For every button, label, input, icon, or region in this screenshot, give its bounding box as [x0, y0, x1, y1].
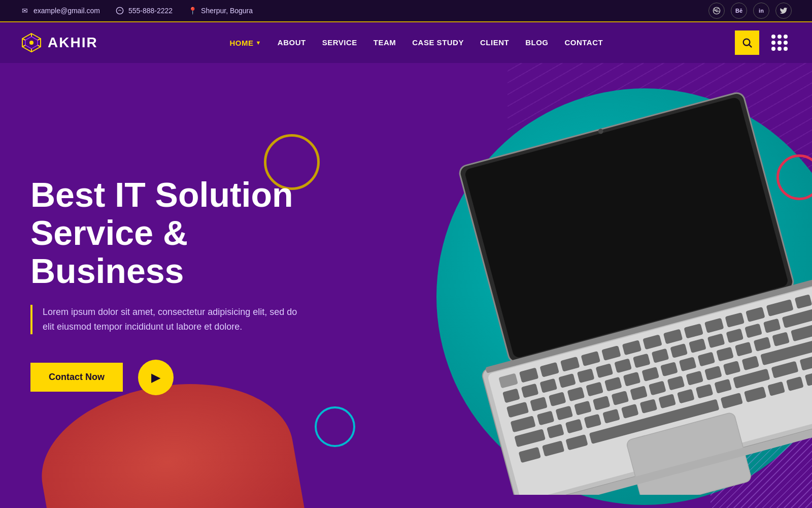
- twitter-icon[interactable]: [775, 3, 792, 19]
- dribbble-icon[interactable]: [708, 3, 725, 19]
- email-text: example@gmail.com: [33, 7, 100, 15]
- hero-section: Best IT Solution Service & Business Lore…: [0, 63, 812, 508]
- small-teal-circle-decoration: [315, 406, 355, 447]
- svg-point-12: [743, 39, 750, 46]
- hero-actions: Contact Now ▶: [30, 360, 335, 395]
- svg-line-13: [749, 45, 752, 47]
- navbar: AKHIR HOME ▼ ABOUT SERVICE TEAM CASE STU…: [0, 22, 812, 63]
- nav-link-service[interactable]: SERVICE: [322, 38, 357, 47]
- phone-text: 555-888-2222: [128, 7, 173, 15]
- nav-link-client[interactable]: CLIENT: [480, 38, 509, 47]
- grid-dots-icon: [771, 35, 788, 51]
- nav-link-about[interactable]: ABOUT: [278, 38, 306, 47]
- logo-text: AKHIR: [48, 35, 98, 51]
- logo-icon: [20, 31, 43, 54]
- location-icon: 📍: [188, 6, 197, 15]
- svg-point-5: [29, 41, 33, 45]
- nav-link-case-study[interactable]: CASE STUDY: [412, 38, 464, 47]
- hero-title: Best IT Solution Service & Business: [30, 176, 335, 290]
- nav-item-team[interactable]: TEAM: [374, 38, 396, 47]
- dropdown-arrow: ▼: [255, 40, 261, 46]
- search-icon: [741, 37, 753, 48]
- search-button[interactable]: [735, 30, 759, 55]
- grid-menu-button[interactable]: [767, 30, 792, 55]
- phone-icon: [115, 6, 124, 15]
- contact-now-button[interactable]: Contact Now: [30, 363, 123, 392]
- nav-link-team[interactable]: TEAM: [374, 38, 396, 47]
- email-icon: ✉: [20, 6, 29, 15]
- play-icon: ▶: [151, 370, 160, 385]
- nav-item-client[interactable]: CLIENT: [480, 38, 509, 47]
- nav-item-contact[interactable]: CONTACT: [564, 38, 603, 47]
- topbar-contact-info: ✉ example@gmail.com 555-888-2222 📍 Sherp…: [20, 6, 253, 15]
- nav-item-service[interactable]: SERVICE: [322, 38, 357, 47]
- nav-actions: [735, 30, 792, 55]
- hero-title-line1: Best IT Solution: [30, 175, 293, 214]
- topbar-phone: 555-888-2222: [115, 6, 173, 15]
- topbar: ✉ example@gmail.com 555-888-2222 📍 Sherp…: [0, 0, 812, 22]
- nav-link-home[interactable]: HOME ▼: [229, 39, 261, 47]
- nav-item-about[interactable]: ABOUT: [278, 38, 306, 47]
- topbar-location: 📍 Sherpur, Bogura: [188, 6, 253, 15]
- nav-links: HOME ▼ ABOUT SERVICE TEAM CASE STUDY CLI…: [229, 38, 603, 47]
- laptop-illustration: [411, 78, 812, 495]
- topbar-email: ✉ example@gmail.com: [20, 6, 100, 15]
- nav-link-blog[interactable]: BLOG: [525, 38, 548, 47]
- location-text: Sherpur, Bogura: [201, 7, 253, 15]
- behance-icon[interactable]: Bē: [731, 3, 747, 19]
- hero-description: Lorem ipsum dolor sit amet, consectetur …: [30, 305, 310, 334]
- hero-title-line2: Service & Business: [30, 213, 188, 290]
- nav-item-case-study[interactable]: CASE STUDY: [412, 38, 464, 47]
- laptop-container: [355, 63, 812, 508]
- nav-item-home[interactable]: HOME ▼: [229, 39, 261, 47]
- svg-point-0: [116, 7, 123, 14]
- topbar-social-links: Bē in: [708, 3, 792, 19]
- nav-item-blog[interactable]: BLOG: [525, 38, 548, 47]
- hero-content: Best IT Solution Service & Business Lore…: [0, 176, 335, 395]
- linkedin-icon[interactable]: in: [753, 3, 769, 19]
- nav-link-contact[interactable]: CONTACT: [564, 38, 603, 47]
- play-button[interactable]: ▶: [138, 360, 174, 395]
- logo[interactable]: AKHIR: [20, 31, 98, 54]
